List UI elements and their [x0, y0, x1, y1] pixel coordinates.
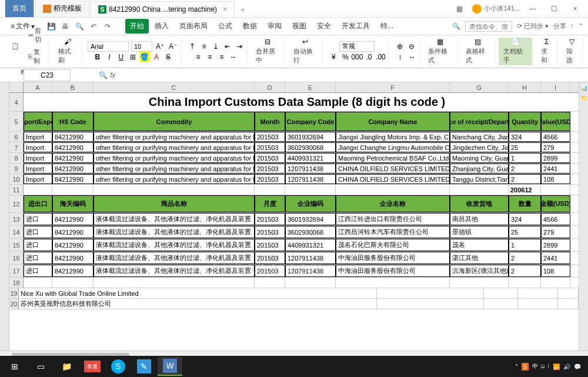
tray-network-icon[interactable]: 📶: [553, 363, 560, 370]
close-button[interactable]: ×: [567, 3, 583, 15]
select-all-corner[interactable]: [9, 82, 24, 92]
percent-icon[interactable]: %: [340, 52, 350, 62]
cell[interactable]: 279: [541, 226, 570, 238]
cell[interactable]: [450, 185, 509, 195]
cell[interactable]: 2899: [541, 239, 570, 251]
strike-button[interactable]: S: [163, 52, 173, 62]
cell[interactable]: [541, 185, 570, 195]
row-header[interactable]: 12: [9, 195, 24, 212]
cell[interactable]: Maoming Petrochemical BSAF Co.,Ltd: [336, 153, 450, 163]
cell[interactable]: 201503: [255, 239, 285, 251]
cell[interactable]: [255, 278, 285, 288]
cell[interactable]: 324: [509, 213, 541, 225]
cell[interactable]: 200612: [509, 185, 541, 195]
cell[interactable]: [450, 278, 509, 288]
row-header[interactable]: 13: [9, 213, 24, 225]
cell[interactable]: 84212990: [52, 153, 93, 163]
cell[interactable]: 进口: [24, 265, 52, 277]
start-button[interactable]: ⊞: [2, 357, 27, 376]
cell[interactable]: 84212990: [52, 132, 93, 142]
cell[interactable]: 201503: [255, 226, 285, 238]
row-height-icon[interactable]: ↕: [395, 52, 405, 62]
align-bot-icon[interactable]: ⤓: [211, 41, 221, 52]
cell[interactable]: Zhanjiang City, Guan: [450, 164, 509, 174]
cell[interactable]: 进口: [24, 239, 52, 251]
cell[interactable]: [336, 185, 450, 195]
cell[interactable]: 进口: [24, 226, 52, 238]
cell[interactable]: 液体截流过滤设备、其他液体的过滤、净化机器及装置: [93, 252, 255, 264]
currency-icon[interactable]: ¥: [328, 52, 339, 62]
cell[interactable]: Maoming City, Guang: [450, 153, 509, 163]
row-header[interactable]: 15: [9, 239, 24, 251]
cell[interactable]: Nanchang City, Jiang: [450, 132, 509, 142]
cell[interactable]: 2899: [541, 153, 570, 163]
col-F[interactable]: F: [336, 82, 450, 92]
cell[interactable]: other filtering or purifying machinery a…: [93, 174, 255, 184]
font-color-button[interactable]: A: [151, 52, 162, 62]
cell[interactable]: 茂名石化巴斯夫有限公司: [336, 239, 450, 251]
cell[interactable]: Import: [24, 153, 52, 163]
search-input[interactable]: [465, 21, 512, 32]
cell[interactable]: 201503: [255, 174, 285, 184]
cell[interactable]: [24, 185, 52, 195]
zoom-icon[interactable]: 🔍: [99, 71, 108, 79]
inc-dec-icon[interactable]: .0: [363, 52, 374, 62]
indent-dec-icon[interactable]: ⇤: [222, 41, 233, 52]
cell[interactable]: 1207911438: [285, 174, 336, 184]
cell[interactable]: 201503: [255, 164, 285, 174]
cell[interactable]: 84212990: [52, 226, 93, 238]
tray-sound-icon[interactable]: 🔊: [563, 363, 570, 370]
tab-template[interactable]: 稻壳模板: [35, 0, 89, 17]
cell[interactable]: 84212990: [52, 142, 93, 152]
cell[interactable]: 3601932694: [285, 132, 336, 142]
maximize-button[interactable]: ☐: [546, 3, 562, 15]
cell[interactable]: 南昌其他: [450, 213, 509, 225]
col-I[interactable]: I: [541, 82, 570, 92]
cell[interactable]: 201503: [255, 252, 285, 264]
cell[interactable]: [558, 288, 579, 298]
col-E[interactable]: E: [285, 82, 336, 92]
minimize-button[interactable]: —: [524, 3, 541, 15]
cell[interactable]: Commodity: [93, 112, 255, 131]
app2-button[interactable]: ✎: [132, 357, 156, 376]
cell[interactable]: [336, 278, 450, 288]
underline-button[interactable]: U: [116, 52, 126, 62]
cell[interactable]: 企业名称: [336, 195, 450, 212]
cell[interactable]: 84212990: [52, 213, 93, 225]
cell[interactable]: 数量: [509, 195, 541, 212]
cell[interactable]: 月度: [255, 195, 285, 212]
cell[interactable]: 苏州美亚视野信息科技有限公司: [19, 299, 377, 309]
cell[interactable]: 液体截流过滤设备、其他液体的过滤、净化机器及装置: [93, 239, 255, 251]
cell[interactable]: Company Code: [285, 112, 336, 131]
cell[interactable]: 324: [509, 132, 541, 142]
fx-icon[interactable]: fx: [110, 71, 115, 79]
cell[interactable]: Company Name: [336, 112, 450, 131]
preview-icon[interactable]: 🔍: [74, 21, 85, 32]
cell[interactable]: [93, 185, 255, 195]
row-header[interactable]: 4: [9, 93, 24, 111]
cell[interactable]: other filtering or purifying machinery a…: [93, 142, 255, 152]
tray-up-icon[interactable]: ˄: [515, 363, 518, 370]
cell[interactable]: [518, 299, 558, 309]
cell[interactable]: 1207911438: [285, 252, 336, 264]
size-select[interactable]: [131, 41, 152, 52]
align-center-icon[interactable]: ≡: [205, 52, 215, 62]
cell[interactable]: 滨海新区(塘沽其他): [450, 265, 509, 277]
cell[interactable]: 84212990: [52, 164, 93, 174]
row-header[interactable]: 19: [9, 288, 19, 298]
increase-font-icon[interactable]: A⁺: [155, 41, 165, 52]
cell[interactable]: Import: [24, 142, 52, 152]
tray-notify-icon[interactable]: 💬: [574, 363, 581, 370]
col-A[interactable]: A: [24, 82, 52, 92]
merge-icon[interactable]: ⊟: [262, 38, 273, 46]
cell[interactable]: 液体截流过滤设备、其他液体的过滤、净化机器及装置: [93, 213, 255, 225]
cell[interactable]: 江西江铃进出口有限责任公司: [336, 213, 450, 225]
cell[interactable]: 液体截流过滤设备、其他液体的过滤、净化机器及装置: [93, 226, 255, 238]
filter-icon[interactable]: ▽: [566, 38, 578, 46]
cell[interactable]: [377, 299, 483, 309]
formula-input[interactable]: [115, 69, 588, 81]
cell[interactable]: other filtering or purifying machinery a…: [93, 164, 255, 174]
sync-status[interactable]: ⟳ 已同步 ▾: [517, 22, 549, 31]
cell[interactable]: Quantity: [509, 112, 541, 131]
name-box[interactable]: [24, 69, 71, 81]
